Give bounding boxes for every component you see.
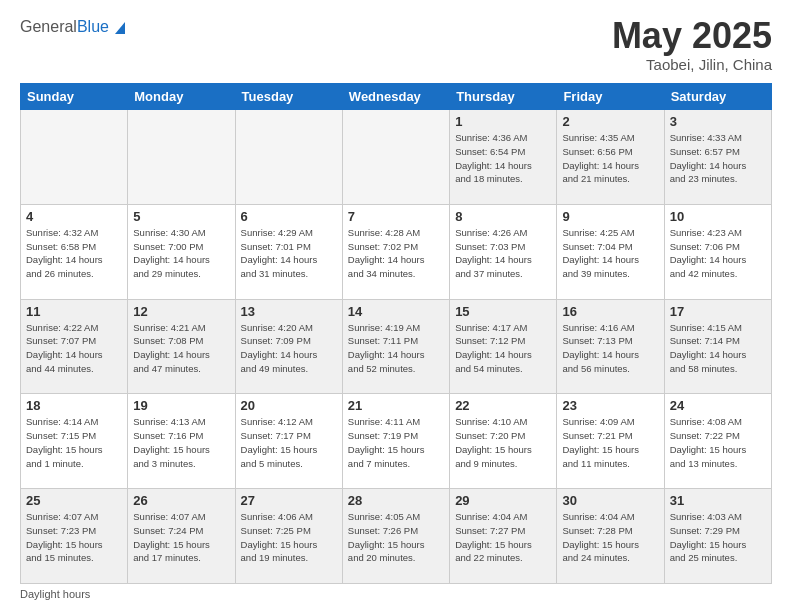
day-info: Sunrise: 4:16 AMSunset: 7:13 PMDaylight:…: [562, 321, 658, 376]
calendar-day: 8Sunrise: 4:26 AMSunset: 7:03 PMDaylight…: [450, 204, 557, 299]
day-number: 18: [26, 398, 122, 413]
calendar-day: [235, 110, 342, 205]
day-number: 7: [348, 209, 444, 224]
logo-icon: [111, 18, 129, 36]
logo-blue-text: Blue: [77, 18, 109, 36]
col-header-sunday: Sunday: [21, 84, 128, 110]
day-number: 30: [562, 493, 658, 508]
day-info: Sunrise: 4:05 AMSunset: 7:26 PMDaylight:…: [348, 510, 444, 565]
day-number: 24: [670, 398, 766, 413]
calendar-day: 29Sunrise: 4:04 AMSunset: 7:27 PMDayligh…: [450, 489, 557, 584]
calendar-day: 2Sunrise: 4:35 AMSunset: 6:56 PMDaylight…: [557, 110, 664, 205]
day-number: 15: [455, 304, 551, 319]
day-info: Sunrise: 4:04 AMSunset: 7:28 PMDaylight:…: [562, 510, 658, 565]
day-info: Sunrise: 4:08 AMSunset: 7:22 PMDaylight:…: [670, 415, 766, 470]
day-number: 27: [241, 493, 337, 508]
day-info: Sunrise: 4:13 AMSunset: 7:16 PMDaylight:…: [133, 415, 229, 470]
day-info: Sunrise: 4:10 AMSunset: 7:20 PMDaylight:…: [455, 415, 551, 470]
col-header-monday: Monday: [128, 84, 235, 110]
calendar-day: 17Sunrise: 4:15 AMSunset: 7:14 PMDayligh…: [664, 299, 771, 394]
day-info: Sunrise: 4:06 AMSunset: 7:25 PMDaylight:…: [241, 510, 337, 565]
calendar-day: 20Sunrise: 4:12 AMSunset: 7:17 PMDayligh…: [235, 394, 342, 489]
day-number: 11: [26, 304, 122, 319]
day-info: Sunrise: 4:15 AMSunset: 7:14 PMDaylight:…: [670, 321, 766, 376]
day-number: 25: [26, 493, 122, 508]
day-info: Sunrise: 4:09 AMSunset: 7:21 PMDaylight:…: [562, 415, 658, 470]
col-header-tuesday: Tuesday: [235, 84, 342, 110]
calendar-day: 19Sunrise: 4:13 AMSunset: 7:16 PMDayligh…: [128, 394, 235, 489]
day-number: 19: [133, 398, 229, 413]
calendar-day: 1Sunrise: 4:36 AMSunset: 6:54 PMDaylight…: [450, 110, 557, 205]
calendar-day: 18Sunrise: 4:14 AMSunset: 7:15 PMDayligh…: [21, 394, 128, 489]
calendar-day: 30Sunrise: 4:04 AMSunset: 7:28 PMDayligh…: [557, 489, 664, 584]
day-info: Sunrise: 4:28 AMSunset: 7:02 PMDaylight:…: [348, 226, 444, 281]
day-info: Sunrise: 4:12 AMSunset: 7:17 PMDaylight:…: [241, 415, 337, 470]
calendar-day: 31Sunrise: 4:03 AMSunset: 7:29 PMDayligh…: [664, 489, 771, 584]
title-block: May 2025 Taobei, Jilin, China: [612, 18, 772, 73]
day-number: 6: [241, 209, 337, 224]
logo-general-text: General: [20, 18, 77, 36]
logo: GeneralBlue: [20, 18, 129, 36]
calendar-day: 12Sunrise: 4:21 AMSunset: 7:08 PMDayligh…: [128, 299, 235, 394]
calendar-day: 4Sunrise: 4:32 AMSunset: 6:58 PMDaylight…: [21, 204, 128, 299]
calendar-day: 11Sunrise: 4:22 AMSunset: 7:07 PMDayligh…: [21, 299, 128, 394]
calendar-day: [21, 110, 128, 205]
day-info: Sunrise: 4:17 AMSunset: 7:12 PMDaylight:…: [455, 321, 551, 376]
day-number: 23: [562, 398, 658, 413]
calendar-day: 25Sunrise: 4:07 AMSunset: 7:23 PMDayligh…: [21, 489, 128, 584]
calendar-day: 24Sunrise: 4:08 AMSunset: 7:22 PMDayligh…: [664, 394, 771, 489]
day-info: Sunrise: 4:21 AMSunset: 7:08 PMDaylight:…: [133, 321, 229, 376]
week-row-1: 1Sunrise: 4:36 AMSunset: 6:54 PMDaylight…: [21, 110, 772, 205]
calendar-day: [128, 110, 235, 205]
calendar-table: SundayMondayTuesdayWednesdayThursdayFrid…: [20, 83, 772, 584]
day-number: 14: [348, 304, 444, 319]
day-info: Sunrise: 4:29 AMSunset: 7:01 PMDaylight:…: [241, 226, 337, 281]
week-row-3: 11Sunrise: 4:22 AMSunset: 7:07 PMDayligh…: [21, 299, 772, 394]
day-number: 13: [241, 304, 337, 319]
calendar-day: 16Sunrise: 4:16 AMSunset: 7:13 PMDayligh…: [557, 299, 664, 394]
day-number: 3: [670, 114, 766, 129]
day-info: Sunrise: 4:33 AMSunset: 6:57 PMDaylight:…: [670, 131, 766, 186]
day-info: Sunrise: 4:26 AMSunset: 7:03 PMDaylight:…: [455, 226, 551, 281]
header: GeneralBlue May 2025 Taobei, Jilin, Chin…: [20, 18, 772, 73]
day-info: Sunrise: 4:32 AMSunset: 6:58 PMDaylight:…: [26, 226, 122, 281]
day-number: 5: [133, 209, 229, 224]
day-info: Sunrise: 4:20 AMSunset: 7:09 PMDaylight:…: [241, 321, 337, 376]
day-info: Sunrise: 4:14 AMSunset: 7:15 PMDaylight:…: [26, 415, 122, 470]
day-number: 9: [562, 209, 658, 224]
calendar-day: 9Sunrise: 4:25 AMSunset: 7:04 PMDaylight…: [557, 204, 664, 299]
day-number: 28: [348, 493, 444, 508]
day-number: 16: [562, 304, 658, 319]
month-title: May 2025: [612, 18, 772, 54]
day-number: 2: [562, 114, 658, 129]
calendar-day: 15Sunrise: 4:17 AMSunset: 7:12 PMDayligh…: [450, 299, 557, 394]
week-row-5: 25Sunrise: 4:07 AMSunset: 7:23 PMDayligh…: [21, 489, 772, 584]
day-number: 31: [670, 493, 766, 508]
footer-note: Daylight hours: [20, 588, 772, 600]
calendar-day: 6Sunrise: 4:29 AMSunset: 7:01 PMDaylight…: [235, 204, 342, 299]
page: GeneralBlue May 2025 Taobei, Jilin, Chin…: [0, 0, 792, 612]
col-header-saturday: Saturday: [664, 84, 771, 110]
day-info: Sunrise: 4:23 AMSunset: 7:06 PMDaylight:…: [670, 226, 766, 281]
svg-marker-0: [115, 22, 125, 34]
day-info: Sunrise: 4:11 AMSunset: 7:19 PMDaylight:…: [348, 415, 444, 470]
day-number: 4: [26, 209, 122, 224]
day-info: Sunrise: 4:03 AMSunset: 7:29 PMDaylight:…: [670, 510, 766, 565]
calendar-day: 26Sunrise: 4:07 AMSunset: 7:24 PMDayligh…: [128, 489, 235, 584]
location: Taobei, Jilin, China: [612, 56, 772, 73]
day-number: 21: [348, 398, 444, 413]
day-info: Sunrise: 4:35 AMSunset: 6:56 PMDaylight:…: [562, 131, 658, 186]
calendar-day: 21Sunrise: 4:11 AMSunset: 7:19 PMDayligh…: [342, 394, 449, 489]
day-number: 29: [455, 493, 551, 508]
col-header-thursday: Thursday: [450, 84, 557, 110]
calendar-header-row: SundayMondayTuesdayWednesdayThursdayFrid…: [21, 84, 772, 110]
day-info: Sunrise: 4:30 AMSunset: 7:00 PMDaylight:…: [133, 226, 229, 281]
week-row-4: 18Sunrise: 4:14 AMSunset: 7:15 PMDayligh…: [21, 394, 772, 489]
col-header-friday: Friday: [557, 84, 664, 110]
calendar-day: 10Sunrise: 4:23 AMSunset: 7:06 PMDayligh…: [664, 204, 771, 299]
day-number: 12: [133, 304, 229, 319]
day-number: 17: [670, 304, 766, 319]
day-number: 8: [455, 209, 551, 224]
calendar-day: 7Sunrise: 4:28 AMSunset: 7:02 PMDaylight…: [342, 204, 449, 299]
calendar-day: 14Sunrise: 4:19 AMSunset: 7:11 PMDayligh…: [342, 299, 449, 394]
